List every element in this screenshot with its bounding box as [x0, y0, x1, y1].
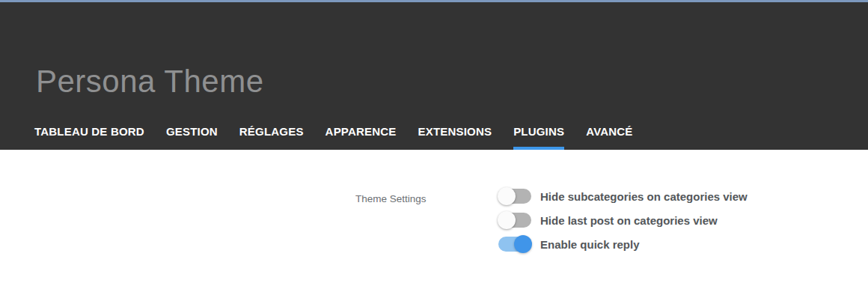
tab-tableau-de-bord[interactable]: TABLEAU DE BORD	[34, 125, 144, 150]
toggle-knob	[498, 211, 516, 229]
toggle-label-hide-last-post: Hide last post on categories view	[540, 214, 718, 227]
toggle-hide-last-post[interactable]	[498, 213, 531, 228]
tab-extensions[interactable]: EXTENSIONS	[418, 125, 492, 150]
toggle-hide-subcategories[interactable]	[498, 189, 531, 204]
tab-plugins[interactable]: PLUGINS	[513, 125, 564, 150]
tab-avance[interactable]: AVANCÉ	[586, 125, 632, 150]
tab-gestion[interactable]: GESTION	[166, 125, 218, 150]
nav-tabs: TABLEAU DE BORD GESTION RÉGLAGES APPAREN…	[34, 125, 633, 150]
header: Persona Theme TABLEAU DE BORD GESTION RÉ…	[0, 2, 868, 150]
toggle-row-hide-last-post: Hide last post on categories view	[498, 208, 748, 232]
content-area: Theme Settings Hide subcategories on cat…	[0, 150, 868, 307]
toggle-row-hide-subcategories: Hide subcategories on categories view	[498, 184, 748, 208]
tab-apparence[interactable]: APPARENCE	[326, 125, 397, 150]
toggle-knob	[514, 235, 532, 253]
page-title: Persona Theme	[36, 64, 264, 100]
toggle-row-enable-quick-reply: Enable quick reply	[498, 232, 748, 256]
tab-reglages[interactable]: RÉGLAGES	[239, 125, 304, 150]
toggle-list: Hide subcategories on categories view Hi…	[498, 184, 748, 256]
toggle-enable-quick-reply[interactable]	[498, 237, 531, 252]
section-label: Theme Settings	[355, 193, 427, 204]
page: Persona Theme TABLEAU DE BORD GESTION RÉ…	[0, 0, 868, 307]
toggle-label-hide-subcategories: Hide subcategories on categories view	[540, 190, 748, 203]
toggle-knob	[498, 187, 516, 205]
toggle-label-enable-quick-reply: Enable quick reply	[540, 238, 640, 251]
